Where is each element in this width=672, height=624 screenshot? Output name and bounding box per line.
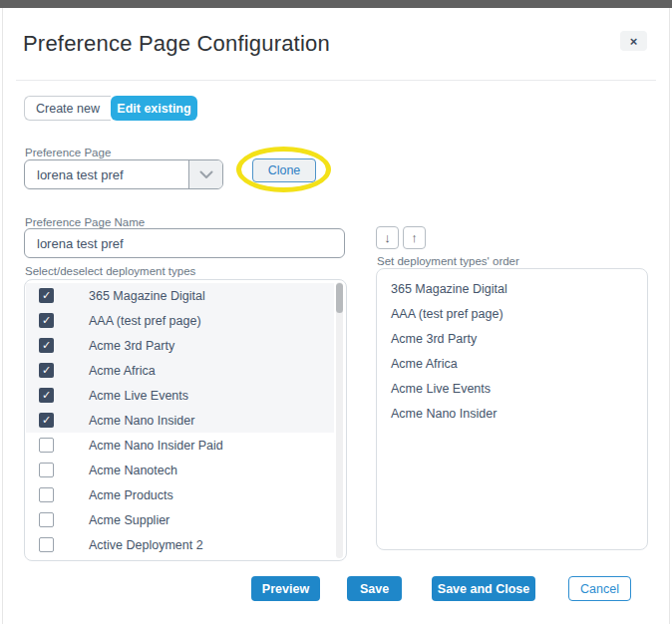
deployment-type-label: Acme Nanotech bbox=[89, 464, 177, 477]
checkbox-unchecked-icon[interactable] bbox=[39, 438, 54, 453]
deployment-type-row[interactable]: Acme Supplier bbox=[26, 507, 334, 532]
arrow-down-icon: ↓ bbox=[384, 230, 391, 245]
deployment-type-label: Active Deployment 2 bbox=[89, 538, 203, 552]
deployment-type-row[interactable]: Acme Nano Insider Paid bbox=[26, 433, 334, 458]
deployment-type-label: Acme Nano Insider bbox=[89, 414, 194, 428]
order-deployment-types-label: Set deployment types' order bbox=[377, 255, 519, 267]
deployment-order-list: 365 Magazine DigitalAAA (test pref page)… bbox=[376, 268, 648, 550]
scrollbar-track[interactable] bbox=[336, 282, 343, 558]
checkbox-unchecked-icon[interactable] bbox=[39, 537, 54, 552]
checkbox-checked-icon[interactable] bbox=[39, 388, 54, 403]
save-and-close-button[interactable]: Save and Close bbox=[432, 576, 535, 601]
arrow-up-icon: ↑ bbox=[411, 230, 418, 245]
clone-button[interactable]: Clone bbox=[252, 158, 316, 182]
scrollbar-thumb[interactable] bbox=[336, 283, 343, 313]
mode-tabs: Create new Edit existing bbox=[24, 96, 197, 121]
deployment-select-list: 365 Magazine DigitalAAA (test pref page)… bbox=[24, 279, 347, 561]
deployment-type-label: Acme Live Events bbox=[89, 389, 188, 403]
order-list-item[interactable]: Acme Live Events bbox=[377, 377, 647, 402]
checkbox-checked-icon[interactable] bbox=[39, 288, 54, 303]
deployment-type-row[interactable]: Acme 3rd Party bbox=[26, 333, 334, 358]
chevron-down-icon bbox=[188, 160, 222, 188]
deployment-type-label: Acme Supplier bbox=[89, 513, 169, 527]
deployment-rows: 365 Magazine DigitalAAA (test pref page)… bbox=[26, 283, 334, 557]
deployment-type-row[interactable]: Acme Live Events bbox=[26, 383, 334, 408]
close-icon: × bbox=[630, 35, 638, 48]
deployment-type-label: Acme Nano Insider Paid bbox=[89, 439, 223, 453]
deployment-type-row[interactable]: Acme Nano Insider bbox=[26, 408, 334, 433]
preference-page-configuration-modal: Preference Page Configuration × Create n… bbox=[0, 0, 672, 624]
deployment-type-row[interactable]: Active Deployment 2 bbox=[26, 532, 334, 557]
deployment-type-label: AAA (test pref page) bbox=[89, 314, 201, 328]
preference-page-name-label: Preference Page Name bbox=[25, 216, 145, 228]
checkbox-checked-icon[interactable] bbox=[39, 363, 54, 378]
deployment-type-label: Acme 3rd Party bbox=[89, 339, 174, 353]
tab-edit-existing[interactable]: Edit existing bbox=[111, 96, 197, 121]
deployment-type-row[interactable]: 365 Magazine Digital bbox=[26, 283, 334, 308]
move-down-button[interactable]: ↓ bbox=[376, 226, 399, 249]
order-list-item[interactable]: AAA (test pref page) bbox=[377, 302, 647, 327]
deployment-type-label: 365 Magazine Digital bbox=[89, 289, 205, 303]
preference-page-label: Preference Page bbox=[25, 147, 111, 158]
preview-button[interactable]: Preview bbox=[251, 576, 320, 601]
order-list-item[interactable]: 365 Magazine Digital bbox=[377, 277, 647, 302]
deployment-type-row[interactable]: Acme Africa bbox=[26, 358, 334, 383]
deployment-type-row[interactable]: Acme Nanotech bbox=[26, 458, 334, 482]
browser-top-bar bbox=[0, 0, 672, 8]
order-list-item[interactable]: Acme Nano Insider bbox=[377, 402, 647, 427]
page-title: Preference Page Configuration bbox=[23, 31, 330, 57]
preference-page-selected-value: lorena test pref bbox=[25, 167, 188, 182]
deployment-type-label: Acme Africa bbox=[89, 364, 156, 378]
checkbox-checked-icon[interactable] bbox=[39, 313, 54, 328]
order-list-item[interactable]: Acme Africa bbox=[377, 352, 647, 377]
checkbox-unchecked-icon[interactable] bbox=[39, 487, 54, 502]
deployment-type-row[interactable]: AAA (test pref page) bbox=[26, 308, 334, 333]
preference-page-name-input[interactable] bbox=[24, 228, 345, 258]
modal-left-edge bbox=[2, 8, 3, 624]
checkbox-unchecked-icon[interactable] bbox=[39, 463, 54, 477]
checkbox-checked-icon[interactable] bbox=[39, 338, 54, 353]
cancel-button[interactable]: Cancel bbox=[568, 576, 631, 601]
modal-right-edge bbox=[669, 8, 670, 624]
checkbox-unchecked-icon[interactable] bbox=[39, 512, 54, 527]
close-button[interactable]: × bbox=[620, 31, 647, 51]
save-button[interactable]: Save bbox=[347, 576, 402, 601]
tab-create-new[interactable]: Create new bbox=[24, 96, 111, 121]
deployment-type-label: Acme Products bbox=[89, 488, 173, 502]
header-divider bbox=[16, 80, 656, 81]
deployment-type-row[interactable]: Acme Products bbox=[26, 482, 334, 507]
preference-page-select[interactable]: lorena test pref bbox=[24, 159, 223, 189]
move-up-button[interactable]: ↑ bbox=[403, 226, 426, 249]
select-deployment-types-label: Select/deselect deployment types bbox=[25, 265, 195, 277]
checkbox-checked-icon[interactable] bbox=[39, 413, 54, 428]
order-list-item[interactable]: Acme 3rd Party bbox=[377, 327, 647, 352]
